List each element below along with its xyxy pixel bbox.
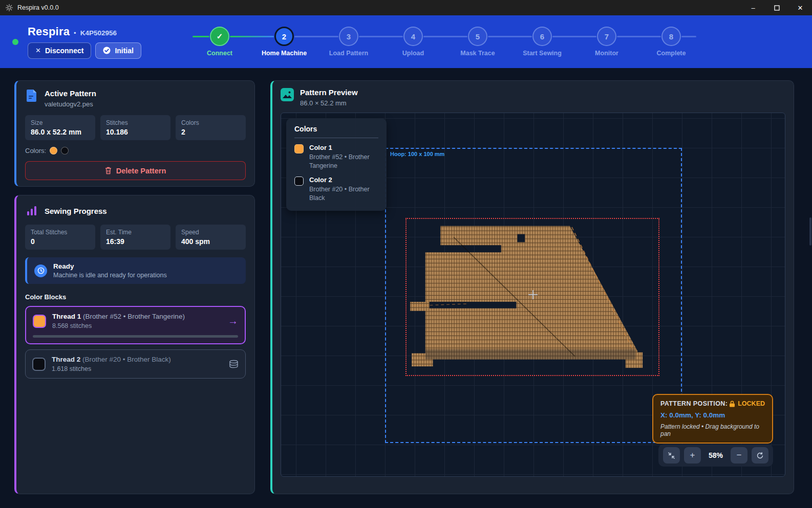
step-complete[interactable]: 8 Complete (639, 27, 703, 57)
pan-hint: Pattern locked • Drag background to pan (660, 423, 765, 437)
color-1-swatch (294, 144, 304, 153)
delete-pattern-button[interactable]: Delete Pattern (25, 161, 246, 180)
locked-badge: LOCKED (738, 400, 765, 407)
layers-icon (229, 360, 239, 369)
machine-serial: K4P502956 (80, 29, 117, 37)
active-pattern-card: Active Pattern valetudogv2.pes Size 86.0… (14, 80, 255, 187)
disconnect-x-icon: ✕ (35, 47, 41, 54)
preview-title: Pattern Preview (300, 88, 358, 97)
zoom-in-button[interactable]: + (684, 447, 701, 463)
trash-icon (105, 167, 112, 174)
step-load-pattern[interactable]: 3 Load Pattern (316, 27, 381, 57)
app-icon (5, 4, 13, 12)
colors-label: Colors: (25, 147, 46, 154)
sewing-progress-title: Sewing Progress (45, 207, 107, 215)
pattern-position-overlay: PATTERN POSITION: LOCKED X: 0.0mm, Y: 0.… (652, 394, 773, 444)
clock-icon (34, 264, 47, 277)
image-icon (281, 88, 294, 101)
initial-button[interactable]: Initial (95, 42, 141, 59)
minimize-button[interactable]: – (741, 0, 765, 15)
reset-view-button[interactable] (752, 447, 768, 463)
zoom-level: 58% (705, 451, 726, 459)
connection-status-dot (12, 39, 18, 45)
step-mask-trace[interactable]: 5 Mask Trace (445, 27, 510, 57)
app-window: Respira v0.0.0 – ✕ Respira • K4P502956 ✕… (0, 0, 812, 508)
thread-1-block[interactable]: Thread 1 (Brother #52 • Brother Tangerin… (25, 306, 246, 344)
stat-speed: Speed 400 spm (176, 225, 246, 250)
stat-colors: Colors 2 (176, 115, 246, 140)
active-pattern-title: Active Pattern (45, 89, 96, 98)
color-2-swatch (294, 176, 304, 186)
step-upload[interactable]: 4 Upload (381, 27, 445, 57)
thread-1-swatch (33, 315, 46, 328)
color-blocks-label: Color Blocks (25, 293, 246, 301)
pattern-coords: X: 0.0mm, Y: 0.0mm (660, 411, 765, 419)
maximize-button[interactable] (765, 0, 788, 15)
disconnect-button[interactable]: ✕ Disconnect (28, 42, 91, 59)
step-start-sewing[interactable]: 6 Start Sewing (510, 27, 574, 57)
step-home-machine[interactable]: 2 Home Machine (252, 27, 316, 57)
titlebar: Respira v0.0.0 – ✕ (0, 0, 812, 15)
stat-size: Size 86.0 x 52.2 mm (25, 115, 95, 140)
brand-separator: • (74, 29, 76, 37)
sewing-progress-card: Sewing Progress Total Stitches 0 Est. Ti… (14, 195, 255, 494)
color-dot-black (61, 147, 69, 154)
lock-icon (729, 401, 735, 407)
preview-canvas[interactable]: Hoop: 100 x 100 mm (281, 113, 785, 477)
color-1-item: Color 1 Brother #52 • Brother Tangerine (294, 144, 378, 170)
canvas-crosshair-icon (528, 290, 538, 299)
workflow-stepper: ✓ Connect 2 Home Machine 3 Load Pattern … (187, 27, 703, 57)
pattern-filename: valetudogv2.pes (45, 100, 96, 108)
stat-stitches: Stitches 10.186 (100, 115, 170, 140)
preview-dimensions: 86.0 × 52.2 mm (300, 99, 358, 107)
scrollbar[interactable] (809, 217, 811, 246)
machine-status-banner: Ready Machine is idle and ready for oper… (25, 257, 246, 284)
color-dot-orange (50, 147, 57, 154)
zoom-out-button[interactable]: − (731, 447, 747, 463)
bar-chart-icon (25, 204, 38, 217)
arrow-right-icon: → (228, 315, 238, 327)
thread-1-progress-bar (33, 335, 238, 338)
check-circle-icon (103, 47, 111, 54)
fit-view-button[interactable] (663, 447, 680, 463)
thread-2-block[interactable]: Thread 2 (Brother #20 • Brother Black) 1… (25, 349, 246, 379)
step-check-icon: ✓ (217, 32, 223, 41)
step-connect[interactable]: ✓ Connect (187, 27, 252, 57)
brand-name: Respira (28, 25, 70, 38)
color-2-item: Color 2 Brother #20 • Brother Black (294, 176, 378, 203)
thread-2-swatch (32, 358, 46, 371)
stat-total-stitches: Total Stitches 0 (25, 225, 95, 250)
colors-overlay-panel: Colors Color 1 Brother #52 • Brother Tan… (286, 118, 387, 211)
step-monitor[interactable]: 7 Monitor (574, 27, 639, 57)
document-icon (25, 89, 38, 102)
pattern-preview-card: Pattern Preview 86.0 × 52.2 mm Hoop: 100… (270, 80, 794, 494)
app-header: Respira • K4P502956 ✕ Disconnect Initial (0, 15, 812, 68)
status-description: Machine is idle and ready for operations (53, 272, 167, 279)
close-button[interactable]: ✕ (788, 0, 812, 15)
status-title: Ready (53, 262, 167, 270)
stat-est-time: Est. Time 16:39 (100, 225, 170, 250)
hoop-label: Hoop: 100 x 100 mm (390, 151, 444, 157)
window-title: Respira v0.0.0 (17, 4, 59, 11)
zoom-controls: + 58% − (658, 444, 773, 467)
